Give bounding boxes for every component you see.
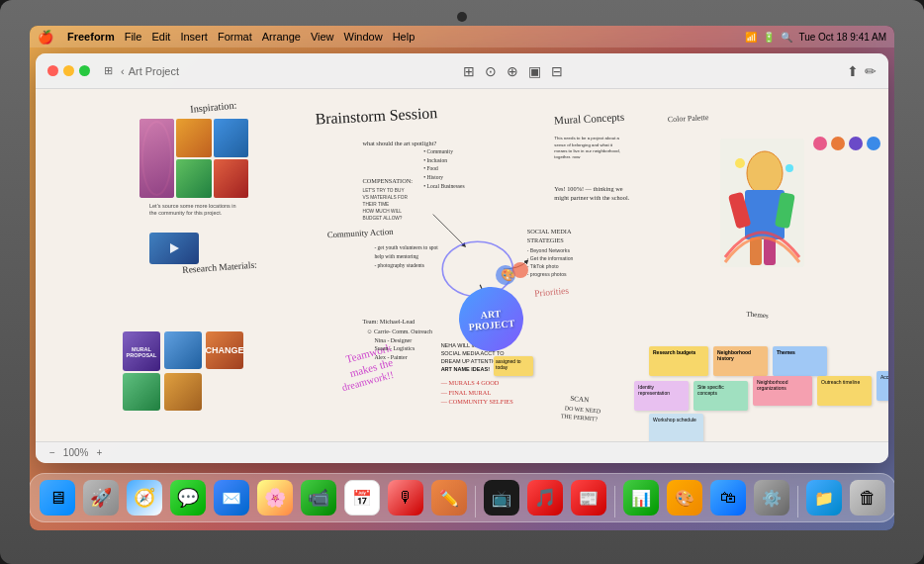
sticky-assigned: assigned to today: [494, 356, 533, 376]
svg-text:Color Palette: Color Palette: [668, 113, 709, 124]
menu-help[interactable]: Help: [393, 31, 416, 43]
toolbar-icon-1[interactable]: ⊞: [463, 63, 475, 79]
menu-window[interactable]: Window: [344, 31, 383, 43]
sticky-site-specific: Site specific concepts: [693, 381, 748, 411]
svg-text:BUDGET ALLOW?: BUDGET ALLOW?: [363, 216, 403, 221]
svg-text:Teamwork: Teamwork: [344, 341, 393, 365]
close-button[interactable]: [47, 65, 58, 76]
sticky-neighborhood: Neighborhood history: [713, 346, 768, 376]
sidebar-toggle[interactable]: ⊞: [104, 64, 113, 77]
menu-edit[interactable]: Edit: [151, 31, 170, 43]
svg-text:Priorities: Priorities: [534, 286, 570, 299]
inspiration-photos: [139, 119, 248, 198]
maximize-button[interactable]: [79, 65, 90, 76]
svg-text:☺ Carrie- Comm. Outreach: ☺ Carrie- Comm. Outreach: [366, 329, 432, 334]
svg-text:help with mentoring: help with mentoring: [374, 253, 418, 259]
nav-back[interactable]: ‹: [121, 65, 125, 77]
svg-text:— FINAL MURAL: — FINAL MURAL: [440, 389, 492, 396]
svg-text:SCAN: SCAN: [570, 395, 590, 405]
bottom-bar: − 100% +: [36, 441, 888, 463]
dock-mail[interactable]: ✉️: [212, 478, 251, 517]
svg-text:— MURALS 4 GOOD: — MURALS 4 GOOD: [440, 379, 500, 386]
zoom-level: 100%: [63, 447, 89, 458]
svg-rect-59: [750, 237, 762, 265]
svg-text:• Inclusion: • Inclusion: [423, 157, 447, 163]
svg-text:- Beyond Networks: - Beyond Networks: [527, 247, 571, 253]
menubar-search-icon[interactable]: 🔍: [781, 32, 792, 43]
dock-appstore[interactable]: 🛍: [708, 478, 748, 517]
menu-arrange[interactable]: Arrange: [262, 31, 301, 43]
svg-point-55: [747, 151, 783, 195]
menu-app-name[interactable]: Freeform: [67, 31, 115, 43]
svg-text:Inspiration:: Inspiration:: [190, 100, 237, 115]
palette-color-4: [867, 137, 880, 150]
dock-launchpad[interactable]: 🚀: [81, 478, 121, 517]
color-palette: [813, 137, 880, 150]
title-bar: ⊞ ‹ Art Project ⊞ ⊙ ⊕ ▣ ⊟ ⬆: [36, 53, 888, 89]
toolbar-icon-5[interactable]: ⊟: [551, 63, 563, 79]
dock-sketch[interactable]: 🎨: [665, 478, 704, 517]
zoom-minus-button[interactable]: −: [46, 447, 59, 458]
svg-text:Community Action: Community Action: [327, 227, 395, 240]
palette-color-2: [831, 137, 845, 150]
project-title: Art Project: [129, 65, 179, 77]
svg-text:🎨: 🎨: [501, 267, 515, 282]
share-icon[interactable]: ⬆: [847, 63, 859, 79]
svg-point-62: [785, 164, 793, 172]
apple-logo[interactable]: 🍎: [38, 30, 53, 45]
toolbar-icon-4[interactable]: ▣: [528, 63, 541, 79]
inspiration-note: Let's source some more locations in the …: [149, 203, 238, 217]
menubar-wifi-icon: 📶: [745, 32, 757, 43]
svg-text:LET'S TRY TO BUY: LET'S TRY TO BUY: [363, 188, 406, 193]
dock-facetime[interactable]: 📹: [299, 478, 338, 517]
screen-bezel: 🍎 Freeform File Edit Insert Format Arran…: [30, 26, 894, 530]
svg-text:THEIR TIME: THEIR TIME: [363, 202, 390, 207]
minimize-button[interactable]: [63, 65, 74, 76]
emoji-thought: 🎨: [491, 255, 540, 285]
dock-photos[interactable]: 🌸: [255, 478, 295, 517]
svg-text:dreamwork!!: dreamwork!!: [340, 369, 395, 393]
sticky-themes: Themes: [773, 346, 827, 376]
svg-text:HOW MUCH WILL: HOW MUCH WILL: [363, 209, 403, 214]
svg-point-61: [735, 158, 745, 168]
video-thumbnail: [149, 233, 199, 264]
svg-text:• Food: • Food: [423, 165, 438, 171]
dock-safari[interactable]: 🧭: [125, 478, 164, 517]
palette-color-3: [849, 137, 863, 150]
menu-bar: 🍎 Freeform File Edit Insert Format Arran…: [30, 26, 894, 47]
dock-podcasts-placeholder[interactable]: 🎙: [386, 478, 425, 517]
dock-freeform[interactable]: ✏️: [429, 478, 469, 517]
dock-music[interactable]: 🎵: [525, 478, 565, 517]
mural-proposal-card: MURAL PROPOSAL: [123, 333, 160, 371]
toolbar-icon-2[interactable]: ⊙: [485, 63, 497, 79]
svg-text:makes the: makes the: [348, 356, 394, 379]
dock-appletv[interactable]: 📺: [482, 478, 521, 517]
zoom-plus-button[interactable]: +: [92, 447, 106, 458]
dock-finder2[interactable]: 📁: [804, 478, 844, 517]
menu-file[interactable]: File: [125, 31, 142, 43]
macos-screen: 🍎 Freeform File Edit Insert Format Arran…: [30, 26, 894, 530]
dock-finder[interactable]: 🖥: [38, 478, 77, 517]
dock-systemprefs[interactable]: ⚙️: [752, 478, 791, 517]
svg-text:• History: • History: [423, 174, 443, 180]
sticky-identity: Identity representation: [634, 381, 689, 411]
traffic-lights: [47, 65, 90, 76]
menu-view[interactable]: View: [311, 31, 334, 43]
dock-numbers[interactable]: 📊: [621, 478, 661, 517]
menubar-datetime: Tue Oct 18 9:41 AM: [798, 32, 886, 43]
svg-text:VS MATERIALS FOR: VS MATERIALS FOR: [363, 195, 409, 200]
menu-format[interactable]: Format: [218, 31, 252, 43]
dock-area: 🖥 🚀 🧭 💬 ✉️ 🌸: [30, 469, 894, 530]
menu-insert[interactable]: Insert: [180, 31, 208, 43]
dock-trash[interactable]: 🗑: [848, 478, 887, 517]
svg-text:• Community: • Community: [423, 148, 453, 154]
collaborate-icon[interactable]: ✏: [865, 63, 877, 79]
canvas-area[interactable]: Brainstorm Session Inspiration: Research…: [36, 89, 888, 441]
dock-separator-3: [797, 486, 798, 517]
dock-news[interactable]: 📰: [569, 478, 608, 517]
dock-calendar[interactable]: 📅: [342, 478, 382, 517]
svg-text:Mural Concepts: Mural Concepts: [554, 111, 625, 127]
dock-messages[interactable]: 💬: [168, 478, 208, 517]
toolbar-icon-3[interactable]: ⊕: [507, 63, 518, 79]
svg-text:Team: Michael-Lead: Team: Michael-Lead: [363, 318, 416, 325]
